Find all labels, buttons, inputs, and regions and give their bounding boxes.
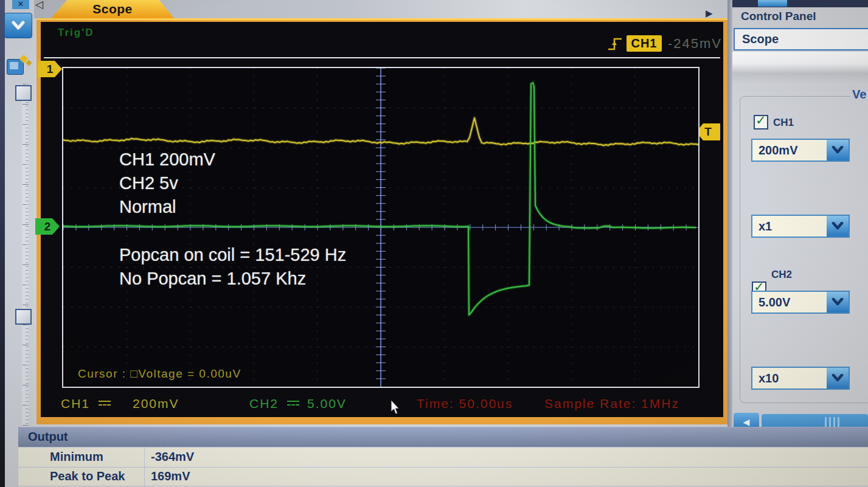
control-panel-title: Control Panel [741, 10, 816, 23]
ch2-scale-dropdown[interactable]: 5.00V [751, 291, 850, 314]
panel-nav-item-scope[interactable]: Scope [734, 28, 868, 50]
ch1-status-scale: 200mV [133, 396, 179, 411]
sample-rate-readout: Sample Rate: 1MHz [544, 396, 679, 411]
background-close-icon[interactable]: ✕ [12, 0, 29, 9]
waveform-plot [63, 68, 698, 387]
vertical-group-label: Ve [850, 88, 868, 102]
output-row-value: -364mV [151, 450, 194, 464]
chevron-down-icon [11, 21, 26, 30]
control-panel-titlebar [732, 0, 868, 7]
cursor-voltage-readout: Cursor : □Voltage = 0.00uV [78, 367, 241, 381]
ch1-enable-checkbox[interactable]: ✓ [754, 115, 768, 130]
ch1-probe-value: x1 [752, 219, 827, 233]
chevron-down-icon [831, 374, 844, 382]
tab-scope-label: Scope [92, 2, 133, 16]
table-row-divider [18, 467, 868, 468]
annotation-line: Popcan on coil = 151-529 Hz [119, 243, 346, 267]
chevron-down-icon [831, 146, 844, 154]
slider-thumb[interactable] [15, 309, 32, 325]
ch1-scale-dropdown[interactable]: 200mV [751, 139, 850, 162]
ch2-probe-dropdown[interactable]: x10 [751, 367, 850, 390]
table-row-divider [18, 447, 868, 447]
chevron-down-icon [831, 298, 844, 306]
scrollbar-grip[interactable] [825, 417, 841, 427]
tab-scroll-right-icon[interactable]: ▶ [706, 8, 713, 19]
titlebar-button[interactable] [758, 0, 787, 7]
annotation-block-2: Popcan on coil = 151-529 Hz No Popcan = … [119, 243, 346, 291]
ch2-status-label: CH2 [249, 396, 299, 411]
panel-nav-label: Scope [742, 32, 779, 46]
annotation-line: No Popcan = 1.057 Khz [119, 267, 346, 291]
dropdown-button[interactable] [827, 368, 849, 389]
table-row-divider [18, 486, 868, 486]
ch2-status-scale: 5.00V [307, 396, 347, 411]
output-title: Output [28, 430, 68, 444]
check-icon: ✓ [755, 113, 766, 128]
dropdown-button[interactable] [827, 292, 849, 313]
ch1-scale-value: 200mV [752, 143, 827, 157]
tab-scope[interactable]: Scope [51, 0, 174, 18]
slider-thumb[interactable] [15, 85, 32, 101]
separator-line [44, 57, 720, 58]
ch1-checkbox-label: CH1 [773, 117, 794, 129]
tool-icon[interactable] [7, 59, 24, 75]
annotation-line: Normal [119, 195, 215, 219]
output-row-value: 169mV [151, 469, 190, 483]
screen: ✕ ◁ Scope ▶ Trig'D CH1 -245mV 1 2 T CH1 … [0, 0, 868, 487]
trigger-source-badge[interactable]: CH1 [627, 35, 662, 52]
trigger-edge-icon [607, 34, 623, 55]
output-row-label: Minimum [50, 450, 103, 464]
chevron-down-icon [831, 222, 844, 230]
ch2-scale-value: 5.00V [752, 295, 827, 309]
output-header[interactable]: Output [18, 427, 868, 447]
ch1-status-label: CH1 [61, 396, 111, 411]
output-row-label: Peak to Peak [50, 469, 125, 483]
dc-coupling-icon [99, 401, 111, 409]
dropdown-button[interactable] [827, 216, 849, 237]
chevron-down-button[interactable] [4, 13, 32, 38]
annotation-line: CH1 200mV [119, 148, 215, 171]
ch2-probe-value: x10 [752, 371, 827, 385]
ch2-checkbox-label: CH2 [771, 269, 792, 281]
back-triangle-icon: ◁ [35, 0, 43, 11]
vertical-ruler [22, 84, 29, 483]
annotation-block-1: CH1 200mV CH2 5v Normal [119, 148, 215, 219]
trigger-status: Trig'D [58, 27, 94, 39]
timebase-readout: Time: 50.00us [417, 396, 513, 411]
annotation-line: CH2 5v [119, 171, 215, 195]
dropdown-button[interactable] [827, 140, 849, 161]
window-seam [727, 0, 732, 427]
graticule [62, 67, 700, 388]
mouse-cursor [391, 400, 401, 418]
dc-coupling-icon [287, 401, 299, 409]
panel-divider [732, 52, 868, 91]
trigger-level-readout: -245mV [668, 36, 722, 52]
ch1-probe-dropdown[interactable]: x1 [751, 215, 850, 238]
screen-left-edge [0, 0, 5, 487]
